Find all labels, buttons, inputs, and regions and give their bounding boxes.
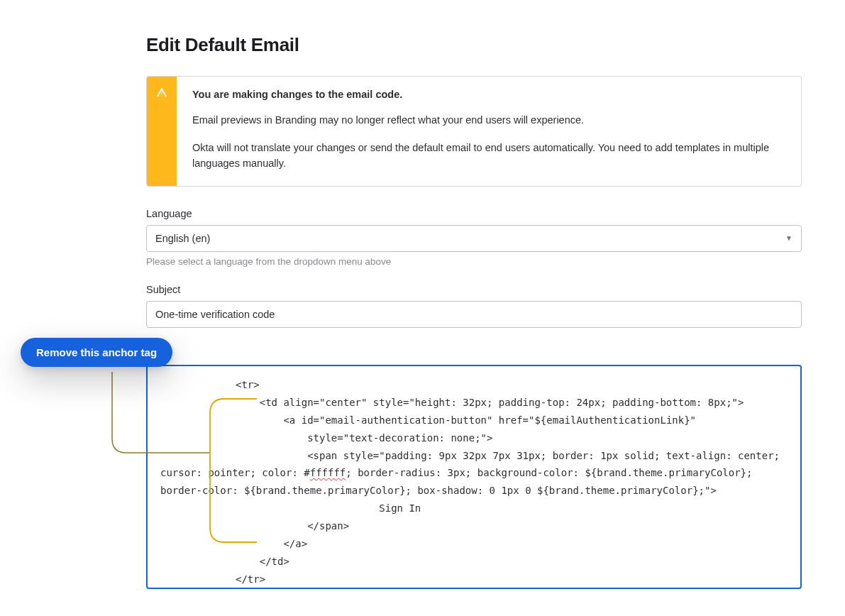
code-line: <a id="email-authentication-button" href… [160, 412, 788, 429]
warning-stripe [147, 77, 177, 186]
warning-body: You are making changes to the email code… [177, 77, 801, 186]
warning-icon [156, 87, 167, 186]
warning-title: You are making changes to the email code… [192, 87, 785, 102]
editor-card: Edit Default Email You are making change… [112, 0, 836, 596]
code-line: </tr> [160, 571, 788, 588]
code-line: </a> [160, 535, 788, 553]
code-line: <td align="center" style="height: 32px; … [160, 394, 788, 412]
callout-remove-anchor: Remove this anchor tag [21, 338, 172, 367]
code-line: Sign In [160, 500, 788, 517]
callout-label: Remove this anchor tag [36, 346, 157, 358]
page-title: Edit Default Email [146, 34, 802, 56]
language-help-text: Please select a language from the dropdo… [146, 256, 802, 267]
code-line: style="text-decoration: none;"> [160, 429, 788, 447]
code-line: <span style="padding: 9px 32px 7px 31px;… [160, 447, 788, 500]
code-line: <tr> [160, 376, 788, 394]
subject-field: Subject [146, 284, 802, 328]
language-select[interactable]: English (en) ▼ [146, 225, 802, 252]
subject-input[interactable] [146, 301, 802, 328]
language-select-value: English (en) [155, 233, 210, 244]
warning-alert: You are making changes to the email code… [146, 76, 802, 187]
email-code-editor[interactable]: <tr> <td align="center" style="height: 3… [146, 365, 802, 589]
language-label: Language [146, 208, 802, 219]
subject-label: Subject [146, 284, 802, 295]
code-line: </span> [160, 517, 788, 535]
chevron-down-icon: ▼ [785, 234, 792, 242]
warning-line-2: Okta will not translate your changes or … [192, 140, 785, 172]
code-line: </td> [160, 553, 788, 571]
language-field: Language English (en) ▼ Please select a … [146, 208, 802, 267]
warning-line-1: Email previews in Branding may no longer… [192, 112, 785, 128]
